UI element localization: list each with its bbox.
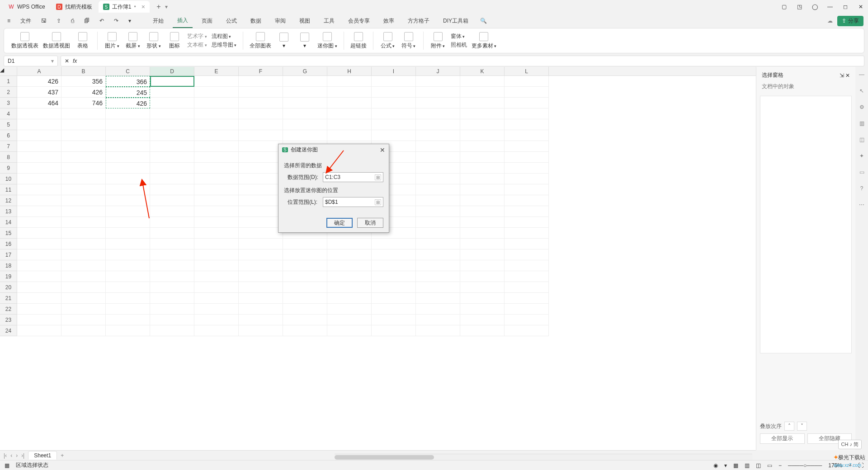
sheet-nav-next-icon[interactable]: › — [16, 452, 18, 459]
strip-sparkle-icon[interactable]: ✦ — [858, 153, 866, 161]
ribbon-sparkline[interactable]: 迷你图 — [317, 32, 337, 50]
cloud-icon[interactable]: ☁ — [827, 18, 833, 24]
ime-indicator[interactable]: CH ♪ 简 — [838, 440, 862, 449]
menu-tools[interactable]: 工具 — [319, 14, 339, 28]
move-up-button[interactable]: ˄ — [784, 422, 794, 431]
export-icon[interactable]: ⇪ — [54, 16, 64, 26]
col-D[interactable]: D — [150, 67, 194, 75]
objects-listbox[interactable] — [760, 96, 852, 353]
ribbon-line[interactable]: ▾ — [297, 33, 313, 49]
fx-icon[interactable]: fx — [73, 58, 77, 64]
col-G[interactable]: G — [283, 67, 327, 75]
add-sheet-button[interactable]: + — [61, 452, 64, 459]
strip-layers-icon[interactable]: ▥ — [858, 120, 866, 128]
ribbon-symbol[interactable]: 符号 — [401, 32, 417, 50]
ribbon-shape[interactable]: 形状 — [146, 32, 162, 50]
strip-collapse-icon[interactable]: — — [858, 71, 866, 80]
location-range-input[interactable]: $D$1 ⊞ — [323, 197, 383, 207]
ribbon-allcharts[interactable]: 全部图表 — [250, 32, 271, 50]
move-down-button[interactable]: ˅ — [797, 422, 807, 431]
dialog-ok-button[interactable]: 确定 — [326, 218, 353, 228]
cell-A3[interactable]: 464 — [17, 98, 61, 108]
show-all-button[interactable]: 全部显示 — [760, 433, 805, 444]
menu-review[interactable]: 审阅 — [270, 14, 290, 28]
col-K[interactable]: K — [460, 67, 505, 75]
scroll-thumb[interactable] — [335, 455, 434, 460]
strip-select-icon[interactable]: ↖ — [858, 88, 866, 96]
range-picker-icon[interactable]: ⊞ — [375, 174, 381, 180]
close-tab-icon[interactable]: × — [142, 3, 145, 10]
strip-clip-icon[interactable]: ▭ — [858, 169, 866, 177]
menu-formula[interactable]: 公式 — [222, 14, 241, 28]
col-A[interactable]: A — [17, 67, 61, 75]
strip-help-icon[interactable]: ? — [858, 185, 866, 193]
ribbon-more[interactable]: 更多素材 — [472, 32, 497, 50]
spreadsheet-grid[interactable]: ◢ A B C D E F G H I J K L 1 426 356 366 … — [0, 67, 756, 450]
ribbon-attachment[interactable]: 附件 — [430, 32, 446, 50]
maximize-icon[interactable]: ◻ — [842, 4, 849, 10]
ribbon-form[interactable]: 窗体 — [451, 33, 467, 40]
cell-C2[interactable]: 245 — [106, 87, 150, 98]
col-J[interactable]: J — [416, 67, 460, 75]
ribbon-table[interactable]: 表格 — [75, 32, 91, 50]
data-range-input[interactable]: C1:C3 ⊞ — [323, 172, 383, 182]
cell-B1[interactable]: 356 — [61, 76, 106, 87]
view-reading-icon[interactable]: ▭ — [767, 462, 772, 469]
close-window-icon[interactable]: ✕ — [857, 4, 864, 10]
hamburger-icon[interactable]: ≡ — [5, 16, 13, 26]
name-box-dropdown-icon[interactable]: ▾ — [51, 58, 54, 64]
cell-C1[interactable]: 366 — [106, 76, 150, 87]
template-tab[interactable]: D 找稻壳模板 — [52, 1, 97, 13]
ribbon-screenshot[interactable]: 截屏 — [125, 32, 141, 50]
pin-icon[interactable]: ⇲ — [840, 72, 844, 79]
menu-efficiency[interactable]: 效率 — [379, 14, 399, 28]
formula-bar[interactable]: ✕ fx — [61, 56, 864, 66]
cell-B2[interactable]: 426 — [61, 87, 106, 98]
ribbon-picture[interactable]: 图片 — [104, 32, 120, 50]
strip-shapes-icon[interactable]: ◫ — [858, 136, 866, 145]
new-tab-button[interactable]: + — [154, 3, 163, 11]
col-F[interactable]: F — [239, 67, 283, 75]
cube-icon[interactable]: ◳ — [796, 4, 803, 10]
ribbon-flowchart[interactable]: 流程图 — [212, 33, 237, 40]
cell-C3[interactable]: 426 — [106, 98, 150, 108]
redo-icon[interactable]: ↷ — [111, 16, 121, 26]
col-E[interactable]: E — [194, 67, 239, 75]
dialog-titlebar[interactable]: S 创建迷你图 ✕ — [278, 144, 389, 155]
app-box-icon[interactable]: ▢ — [780, 4, 788, 10]
view-normal-icon[interactable]: ▦ — [733, 462, 738, 469]
ribbon-hyperlink[interactable]: 超链接 — [350, 32, 367, 50]
dialog-cancel-button[interactable]: 取消 — [357, 218, 383, 228]
search-icon[interactable]: 🔍 — [477, 16, 490, 26]
select-all-corner[interactable]: ◢ — [0, 67, 17, 75]
range-picker-icon-2[interactable]: ⊞ — [375, 199, 381, 205]
file-menu[interactable]: 文件 — [18, 15, 34, 27]
menu-page[interactable]: 页面 — [197, 14, 217, 28]
minimize-icon[interactable]: — — [826, 4, 834, 10]
qat-dropdown-icon[interactable]: ▾ — [126, 16, 134, 26]
avatar-icon[interactable]: ◯ — [811, 4, 818, 10]
horizontal-scrollbar[interactable] — [335, 454, 752, 460]
ribbon-mindmap[interactable]: 思维导图 — [212, 41, 237, 49]
cancel-entry-icon[interactable]: ✕ — [65, 58, 69, 64]
menu-start[interactable]: 开始 — [148, 14, 168, 28]
cell-A2[interactable]: 437 — [17, 87, 61, 98]
col-L[interactable]: L — [505, 67, 549, 75]
col-I[interactable]: I — [372, 67, 416, 75]
close-pane-icon[interactable]: ✕ — [845, 72, 850, 79]
col-H[interactable]: H — [327, 67, 372, 75]
ribbon-pivotchart[interactable]: 数据透视图 — [43, 32, 70, 50]
view-menu-icon[interactable]: ▾ — [724, 462, 727, 469]
sheet-nav-last-icon[interactable]: ›| — [21, 452, 24, 459]
save-icon[interactable]: 🖫 — [38, 16, 49, 26]
zoom-slider[interactable]: ────○──── — [788, 462, 822, 469]
ribbon-formula[interactable]: 公式 — [380, 32, 396, 50]
dialog-close-icon[interactable]: ✕ — [380, 146, 385, 154]
share-button[interactable]: ⇪ 分享 — [837, 16, 863, 26]
col-B[interactable]: B — [61, 67, 106, 75]
view-pagelayout-icon[interactable]: ▥ — [745, 462, 750, 469]
row-hdr[interactable]: 1 — [0, 76, 17, 87]
sheet-tab-1[interactable]: Sheet1 — [28, 451, 57, 460]
cell-D1[interactable] — [150, 76, 194, 87]
menu-ffgz[interactable]: 方方格子 — [403, 14, 434, 28]
